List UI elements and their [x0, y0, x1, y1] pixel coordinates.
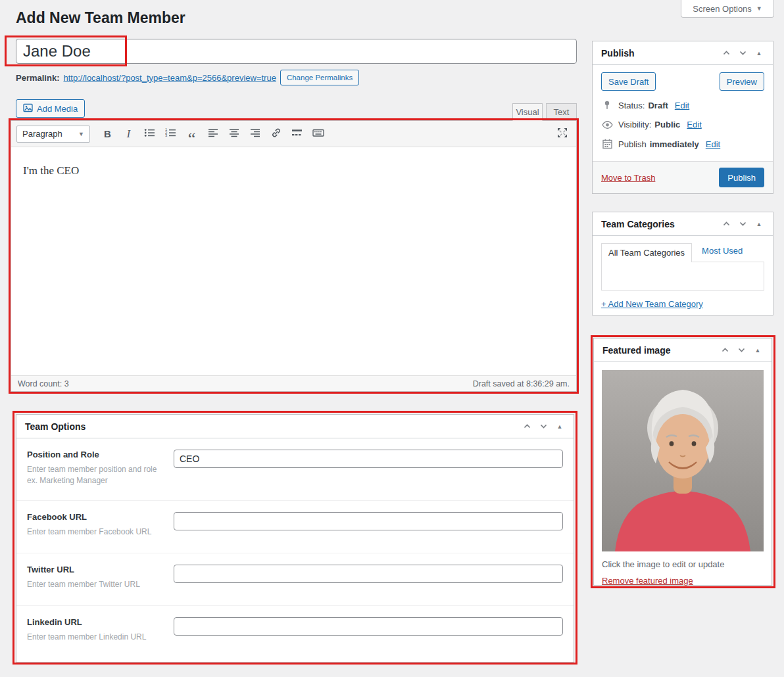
team-categories-header: Team Categories ▲ — [593, 212, 773, 236]
title-input[interactable] — [16, 39, 577, 64]
move-to-trash-link[interactable]: Move to Trash — [601, 173, 655, 183]
remove-featured-image-link[interactable]: Remove featured image — [602, 576, 693, 586]
publish-header: Publish ▲ — [593, 41, 773, 65]
visibility-text: Visibility:Public — [618, 120, 680, 129]
more-tag-button[interactable] — [288, 126, 306, 142]
editor-toolbar: Paragraph ▼ B I 123 “ — [11, 121, 576, 147]
calendar-icon — [601, 139, 613, 149]
move-down-icon[interactable] — [737, 219, 748, 229]
italic-button[interactable]: I — [120, 126, 137, 142]
move-up-icon[interactable] — [721, 48, 731, 58]
field-row-twitter: Twitter URL Enter team member Twitter UR… — [16, 553, 574, 605]
move-up-icon[interactable] — [721, 219, 731, 229]
team-options-header: Team Options ▲ — [16, 415, 574, 438]
add-media-button[interactable]: Add Media — [16, 99, 85, 118]
field-row-linkedin: Linkedin URL Enter team member Linkedin … — [16, 605, 574, 662]
screen-options-button[interactable]: Screen Options ▼ — [681, 0, 774, 18]
change-permalinks-label: Change Permalinks — [287, 74, 353, 82]
linkedin-url-input[interactable] — [174, 617, 563, 636]
page-title: Add New Team Member — [16, 9, 185, 27]
bulleted-list-button[interactable] — [141, 126, 159, 142]
tab-most-used[interactable]: Most Used — [692, 246, 743, 262]
position-role-input[interactable] — [174, 450, 563, 468]
keyboard-icon — [312, 128, 324, 141]
move-up-icon[interactable] — [522, 421, 532, 432]
panel-toggle-icon[interactable]: ▲ — [554, 421, 565, 432]
numbered-list-icon: 123 — [165, 128, 176, 141]
publish-title: Publish — [601, 48, 721, 58]
link-icon — [271, 128, 282, 141]
editor-content-area[interactable]: I'm the CEO — [11, 147, 576, 375]
word-count: Word count: 3 — [18, 379, 69, 388]
paragraph-select[interactable]: Paragraph ▼ — [16, 126, 90, 143]
move-down-icon[interactable] — [737, 48, 748, 58]
tab-all-team-categories[interactable]: All Team Categories — [601, 243, 692, 262]
featured-image-panel: Featured image ▲ — [593, 338, 772, 586]
move-down-icon[interactable] — [538, 421, 549, 432]
twitter-url-input[interactable] — [174, 565, 563, 583]
status-text: Status:Draft — [618, 101, 668, 110]
permalink-row: Permalink: http://localhost/?post_type=t… — [16, 70, 359, 85]
media-icon — [23, 103, 33, 114]
field-label: Linkedin URL — [27, 617, 174, 627]
edit-schedule-link[interactable]: Edit — [706, 139, 720, 149]
featured-image-header: Featured image ▲ — [594, 338, 772, 362]
align-left-icon — [208, 128, 218, 141]
screen-options-label: Screen Options — [693, 4, 752, 14]
pin-icon — [601, 100, 613, 110]
field-label: Position and Role — [27, 450, 174, 459]
eye-icon — [601, 120, 613, 129]
add-new-team-member-page: Add New Team Member Screen Options ▼ Per… — [0, 0, 784, 677]
move-down-icon[interactable] — [736, 345, 747, 356]
chevron-down-icon: ▼ — [756, 5, 762, 12]
team-options-title: Team Options — [25, 421, 522, 432]
publish-button[interactable]: Publish — [719, 168, 764, 187]
paragraph-select-value: Paragraph — [22, 129, 62, 139]
autosave-message: Draft saved at 8:36:29 am. — [473, 379, 570, 388]
panel-toggle-icon[interactable]: ▲ — [752, 345, 763, 356]
editor-status-bar: Word count: 3 Draft saved at 8:36:29 am. — [11, 375, 576, 391]
bold-icon: B — [104, 128, 111, 139]
move-up-icon[interactable] — [720, 345, 730, 356]
blockquote-button[interactable]: “ — [183, 126, 201, 142]
tab-visual-label: Visual — [516, 107, 539, 117]
field-label: Facebook URL — [27, 512, 174, 522]
align-left-button[interactable] — [204, 126, 222, 142]
bulleted-list-icon — [144, 128, 155, 141]
panel-toggle-icon[interactable]: ▲ — [754, 219, 764, 229]
tab-visual[interactable]: Visual — [512, 103, 543, 121]
align-right-button[interactable] — [246, 126, 264, 142]
facebook-url-input[interactable] — [174, 512, 563, 530]
align-center-icon — [229, 128, 239, 141]
portrait-photo — [602, 370, 764, 551]
permalink-link[interactable]: http://localhost/?post_type=team&p=2566&… — [63, 73, 276, 83]
align-center-button[interactable] — [225, 126, 243, 142]
field-label: Twitter URL — [27, 565, 174, 574]
category-checklist[interactable] — [601, 262, 764, 291]
team-categories-title: Team Categories — [601, 219, 721, 229]
featured-image-caption: Click the image to edit or update — [602, 559, 764, 569]
featured-image[interactable] — [602, 370, 764, 551]
editor-text: I'm the CEO — [23, 164, 79, 177]
fullscreen-icon — [557, 128, 568, 141]
field-row-facebook: Facebook URL Enter team member Facebook … — [16, 500, 574, 553]
publishing-actions: Move to Trash Publish — [593, 161, 773, 193]
edit-visibility-link[interactable]: Edit — [687, 120, 701, 129]
add-new-team-category-link[interactable]: + Add New Team Category — [601, 299, 703, 309]
preview-button[interactable]: Preview — [720, 72, 764, 91]
field-description: Enter team member Linkedin URL — [27, 632, 162, 643]
publish-panel: Publish ▲ Save Draft Preview Status:Draf… — [592, 41, 773, 194]
numbered-list-button[interactable]: 123 — [162, 126, 180, 142]
tab-text[interactable]: Text — [546, 103, 577, 121]
panel-toggle-icon[interactable]: ▲ — [754, 48, 764, 58]
save-draft-button[interactable]: Save Draft — [601, 72, 656, 91]
edit-status-link[interactable]: Edit — [675, 101, 689, 110]
link-button[interactable] — [267, 126, 285, 142]
change-permalinks-button[interactable]: Change Permalinks — [280, 70, 359, 85]
fullscreen-button[interactable] — [553, 126, 571, 142]
visibility-row: Visibility:Public Edit — [601, 120, 764, 129]
field-description: Enter team member Facebook URL — [27, 526, 162, 538]
bold-button[interactable]: B — [99, 126, 116, 142]
align-right-icon — [250, 128, 260, 141]
keyboard-shortcuts-button[interactable] — [309, 126, 327, 142]
